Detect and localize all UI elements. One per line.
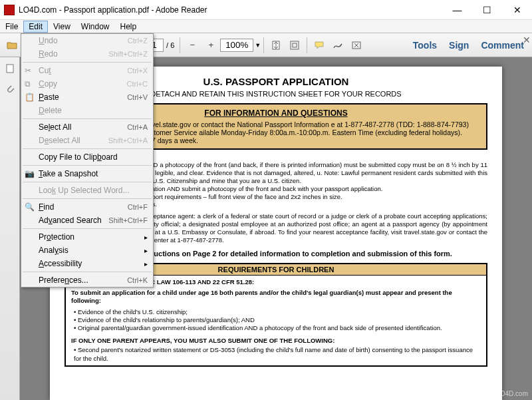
menu-item-cut: ✂CutCtrl+X [21, 64, 153, 77]
req-item: Evidence of the child's relationship to … [74, 316, 481, 324]
req-line: To submit an application for a child und… [71, 289, 481, 305]
menu-item-advanced-search[interactable]: Advanced SearchShift+Ctrl+F [21, 214, 153, 227]
sign-panel-button[interactable]: Sign [445, 38, 473, 53]
read-mode-button[interactable] [348, 37, 365, 54]
req-list: Second parent's notarized written statem… [71, 346, 481, 363]
zoom-input[interactable] [220, 39, 253, 52]
close-button[interactable]: ✕ [502, 0, 532, 19]
thumbnails-icon[interactable] [1, 59, 19, 78]
hand-tool-button[interactable] [286, 37, 303, 54]
separator [263, 37, 264, 53]
menu-window[interactable]: Window [76, 21, 115, 33]
maximize-button[interactable]: ☐ [472, 0, 502, 19]
menu-item-preferences-[interactable]: Preferences...Ctrl+K [21, 274, 153, 287]
zoom-in-button[interactable]: + [202, 37, 219, 54]
right-tool-group: Tools Sign Comment [409, 38, 528, 53]
window-controls: — ☐ ✕ [442, 0, 532, 19]
menu-item-delete: Delete [21, 104, 153, 117]
page-total-label: / 6 [166, 41, 174, 49]
menu-item-look-up-selected-word-: Look Up Selected Word... [21, 184, 153, 197]
edit-menu-dropdown: UndoCtrl+ZRedoShift+Ctrl+Z✂CutCtrl+X⧉Cop… [21, 33, 154, 288]
req-item: Original parental/guardian government-is… [74, 324, 481, 332]
window-title: LO4D.com - Passport application.pdf - Ad… [19, 5, 442, 15]
menu-bar: File Edit View Window Help [0, 20, 532, 33]
comment-tool-button[interactable] [311, 37, 328, 54]
menu-item-accessibility[interactable]: Accessibility▸ [21, 257, 153, 270]
menu-file[interactable]: File [0, 21, 23, 33]
panel-close-icon[interactable]: ✕ [523, 35, 531, 45]
menu-help[interactable]: Help [115, 21, 142, 33]
menu-edit[interactable]: Edit [23, 21, 48, 33]
menu-item-paste[interactable]: 📋PasteCtrl+V [21, 91, 153, 104]
tools-panel-button[interactable]: Tools [409, 38, 441, 53]
req-item: Evidence of the child's U.S. citizenship… [74, 308, 481, 316]
menu-item-find[interactable]: 🔍FindCtrl+F [21, 200, 153, 214]
navigation-sidebar [0, 57, 20, 400]
req-line: IF ONLY ONE PARENT APPEARS, YOU MUST ALS… [71, 337, 481, 345]
app-icon [4, 5, 15, 15]
zoom-out-button[interactable]: − [184, 37, 201, 54]
watermark: LO4D.com [496, 390, 528, 397]
attachments-icon[interactable] [1, 80, 19, 99]
comment-panel-button[interactable]: Comment [477, 38, 528, 53]
menu-item-copy: ⧉CopyCtrl+C [21, 77, 153, 91]
req-list: Evidence of the child's U.S. citizenship… [71, 308, 481, 333]
svg-rect-9 [293, 43, 297, 47]
menu-item-analysis[interactable]: Analysis▸ [21, 244, 153, 257]
scroll-mode-button[interactable] [267, 37, 285, 54]
separator [307, 37, 307, 53]
separator [180, 37, 180, 53]
svg-rect-8 [291, 41, 299, 49]
menu-item-redo: RedoShift+Ctrl+Z [21, 47, 153, 61]
menu-item-protection[interactable]: Protection▸ [21, 230, 153, 244]
sign-tool-button[interactable] [329, 37, 346, 54]
req-item: Second parent's notarized written statem… [74, 346, 481, 363]
menu-item-select-all[interactable]: Select AllCtrl+A [21, 120, 153, 134]
title-bar: LO4D.com - Passport application.pdf - Ad… [0, 0, 532, 20]
menu-item-copy-file-to-clipboard[interactable]: Copy File to Clipboard [21, 150, 153, 164]
svg-rect-11 [7, 65, 13, 73]
menu-item-deselect-all: Deselect AllShift+Ctrl+A [21, 134, 153, 147]
menu-view[interactable]: View [48, 21, 76, 33]
zoom-dropdown-icon[interactable]: ▼ [255, 42, 261, 49]
open-button[interactable] [3, 37, 21, 54]
menu-item-take-a-snapshot[interactable]: 📷Take a Snapshot [21, 167, 153, 180]
menu-item-undo: UndoCtrl+Z [21, 34, 153, 47]
minimize-button[interactable]: — [442, 0, 472, 19]
